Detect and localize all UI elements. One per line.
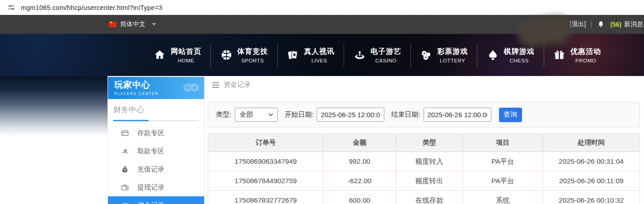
sidebar: 玩家中心 PLAYERS CENTER 财务中心 存款专区 [107,77,205,204]
nav-label-zh: 优惠活动 [570,47,601,57]
cell-time: 2025-06-26 00:11:09 [543,171,639,191]
sidebar-item-label: 取款专区 [137,147,164,156]
nav-divider [344,43,344,67]
sidebar-item-fund-records[interactable]: 资金记录 › [108,196,204,204]
nav-label-zh: 棋牌游戏 [504,47,535,57]
home-icon [154,49,166,61]
nav-label-en: CASINO [371,58,401,63]
nav-item-lives[interactable]: 真人视讯 LIVES [287,47,335,63]
nav-label-en: LIVES [304,58,335,63]
chevron-down-icon [152,23,156,26]
filter-bar: 类型: 全部 开始日期: 结束日期: 查询 [208,102,640,128]
cell-type: 额度转出 [396,171,462,191]
message-label[interactable]: 新消息 [624,20,643,28]
nav-item-sports[interactable]: 体育竞技 SPORTS [220,47,268,63]
banner-fade-backdrop [0,76,107,137]
col-header-type: 类型 [396,134,462,152]
end-date-label: 结束日期: [391,110,420,119]
language-label: 简体中文 [120,20,145,28]
nav-label-zh: 真人视讯 [304,47,335,57]
money-bag-icon [121,165,129,174]
nav-label-en: LOTTERY [437,58,468,63]
nav-divider [544,43,544,67]
cell-order-no: 1750867832772679 [208,191,323,204]
cell-amount: 600.00 [323,191,396,204]
divider [591,21,592,28]
sidebar-section-title: 财务中心 [113,104,199,115]
spade-icon [487,49,499,61]
sidebar-item-withdrawal-records[interactable]: 提现记录 [108,178,204,196]
cell-order-no: 1750869063347949 [208,152,323,171]
breadcrumb: 资金记录 [212,81,251,89]
end-date-input[interactable] [424,108,491,122]
cell-project: PA平台 [462,171,543,191]
table-header-row: 订单号 金额 类型 项目 处理时间 [208,134,639,152]
nav-label-zh: 电子游艺 [371,47,401,57]
wallet-icon [121,183,129,192]
logout-link[interactable]: [退出] [569,20,586,28]
chevron-right-icon: › [196,202,198,204]
sidebar-section: 财务中心 [108,99,204,121]
table-row: 1750869063347949 992.00 额度转入 PA平台 2025-0… [208,152,639,171]
sidebar-item-label: 充值记录 [137,165,164,174]
browser-url-bar[interactable]: mgm1065.com/hhcp/usercenter.html?iniType… [0,0,644,15]
nav-label-en: SPORTS [238,58,268,63]
nav-item-promo[interactable]: 优惠活动 PROMO [553,47,601,63]
chevron-down-icon [268,113,273,116]
nav-divider [477,43,477,67]
sidebar-header: 玩家中心 PLAYERS CENTER [108,77,204,99]
nav-label-en: HOME [171,58,201,63]
gift-icon [553,49,565,61]
banknotes-icon [121,201,129,204]
section-divider-accent [113,120,149,121]
start-date-input[interactable] [317,108,384,122]
nav-item-casino[interactable]: 电子游艺 CASINO [354,47,401,63]
deposit-card-icon [121,129,129,138]
cell-amount: -622.00 [323,171,396,191]
sidebar-item-deposit[interactable]: 存款专区 [108,124,204,142]
type-select-value: 全部 [239,110,253,119]
cell-project: PA平台 [462,152,543,171]
withdraw-hand-icon [121,147,129,156]
sidebar-item-label: 提现记录 [137,183,164,192]
cell-time: 2025-06-26 00:31:04 [543,152,639,171]
language-selector[interactable]: ★ 简体中文 [109,20,156,28]
cell-type: 在线存款 [396,191,462,204]
col-header-time: 处理时间 [543,134,639,152]
site-settings-icon[interactable] [7,3,16,12]
nav-divider [277,43,278,67]
nav-item-chess[interactable]: 棋牌游戏 CHESS [487,47,535,63]
sidebar-item-label: 资金记录 [137,201,164,204]
bell-icon[interactable] [597,20,605,28]
lottery-balls-icon [420,49,432,61]
sidebar-menu: 存款专区 取款专区 充值记录 [108,124,204,204]
nav-label-zh: 网站首页 [171,47,201,57]
type-select[interactable]: 全部 [235,108,278,122]
nav-item-home[interactable]: 网站首页 HOME [154,47,201,63]
type-label: 类型: [216,110,231,119]
cell-amount: 992.00 [323,152,396,171]
china-flag-icon: ★ [109,22,117,27]
page: mgm1065.com/hhcp/usercenter.html?iniType… [0,0,644,204]
table-row: 1750867844902759 -622.00 额度转出 PA平台 2025-… [208,171,639,191]
hamburger-icon [212,82,219,88]
cell-project: 系统 [462,191,543,204]
gamepad-icon [181,78,201,96]
nav-label-zh: 彩票游戏 [437,47,468,57]
section-divider [113,120,199,121]
nav-item-lottery[interactable]: 彩票游戏 LOTTERY [420,47,468,63]
nav-divider [411,43,411,67]
sidebar-item-withdraw[interactable]: 取款专区 [108,142,204,160]
sidebar-item-recharge-records[interactable]: 充值记录 [108,160,204,178]
col-header-amount: 金额 [323,134,396,152]
start-date-label: 开始日期: [285,110,313,119]
cell-type: 额度转入 [396,152,462,171]
fund-records-table: 订单号 金额 类型 项目 处理时间 1750869063347949 992.0… [208,133,640,204]
message-count-badge[interactable]: (56) [610,21,621,28]
col-header-order-no: 订单号 [208,134,323,152]
cell-order-no: 1750867844902759 [208,171,323,191]
query-button[interactable]: 查询 [499,108,522,122]
url-text[interactable]: mgm1065.com/hhcp/usercenter.html?iniType… [21,4,162,11]
nav-label-en: CHESS [504,58,535,63]
nav-label-zh: 体育竞技 [238,47,268,57]
